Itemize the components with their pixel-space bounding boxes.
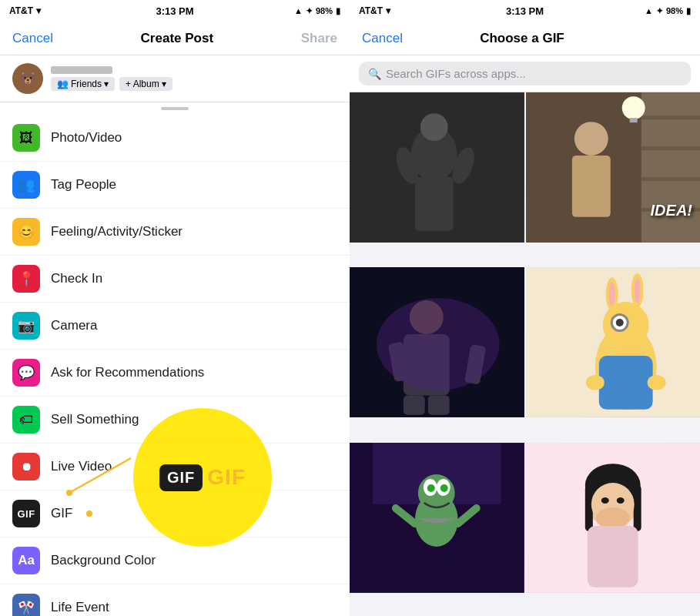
album-button[interactable]: + Album ▾ bbox=[119, 77, 172, 91]
svg-point-37 bbox=[585, 375, 604, 390]
svg-rect-9 bbox=[641, 92, 700, 243]
gif-spotlight-inner: GIF GIF bbox=[159, 464, 246, 491]
left-status-left: AT&T ▾ bbox=[9, 5, 41, 16]
svg-rect-53 bbox=[633, 485, 641, 531]
wifi-icon: ▾ bbox=[36, 5, 41, 16]
right-battery-icon: ▮ bbox=[686, 6, 691, 16]
cancel-button[interactable]: Cancel bbox=[12, 31, 53, 46]
check-in-icon: 📍 bbox=[12, 265, 40, 293]
gif-label: GIF bbox=[51, 506, 72, 521]
menu-item-tag-people[interactable]: 👥 Tag People bbox=[0, 162, 350, 209]
search-input-wrapper[interactable]: 🔍 Search GIFs across apps... bbox=[359, 62, 691, 85]
svg-point-56 bbox=[616, 497, 624, 504]
gif-item-2[interactable]: IDEA! bbox=[526, 92, 701, 243]
left-status-bar: AT&T ▾ 3:13 PM ▲ ✦ 98% ▮ bbox=[0, 0, 350, 22]
svg-rect-12 bbox=[641, 177, 700, 181]
svg-point-42 bbox=[418, 474, 455, 511]
background-color-label: Background Color bbox=[51, 553, 156, 568]
menu-item-life-event[interactable]: 🎌 Life Event bbox=[0, 584, 350, 616]
photo-video-label: Photo/Video bbox=[51, 130, 122, 146]
left-panel: AT&T ▾ 3:13 PM ▲ ✦ 98% ▮ Cancel Create P… bbox=[0, 0, 350, 616]
gif-dot bbox=[86, 511, 92, 517]
svg-rect-5 bbox=[415, 177, 454, 231]
sell-label: Sell Something bbox=[51, 412, 139, 427]
svg-rect-23 bbox=[404, 396, 425, 415]
svg-rect-58 bbox=[587, 526, 638, 588]
background-color-icon: Aa bbox=[12, 547, 40, 574]
ask-recommendations-label: Ask for Recommendations bbox=[51, 365, 204, 380]
svg-point-34 bbox=[608, 283, 615, 307]
friends-label: Friends bbox=[71, 79, 102, 89]
carrier-text: AT&T bbox=[9, 5, 33, 16]
menu-item-camera[interactable]: 📷 Camera bbox=[0, 303, 350, 350]
gif-yellow-text: GIF bbox=[207, 465, 246, 490]
svg-point-57 bbox=[595, 507, 629, 529]
live-video-icon: ⏺ bbox=[12, 453, 40, 480]
left-status-right: ▲ ✦ 98% ▮ bbox=[294, 6, 340, 16]
svg-rect-15 bbox=[571, 156, 610, 217]
right-gps-icon: ▲ bbox=[645, 6, 653, 15]
search-icon: 🔍 bbox=[368, 68, 381, 80]
photo-video-icon: 🖼 bbox=[12, 124, 40, 152]
gif-spotlight: GIF GIF bbox=[133, 408, 272, 547]
friends-button[interactable]: 👥 Friends ▾ bbox=[51, 77, 115, 91]
life-event-icon: 🎌 bbox=[12, 594, 40, 616]
svg-point-35 bbox=[634, 279, 640, 303]
svg-point-38 bbox=[647, 375, 665, 390]
svg-rect-10 bbox=[641, 116, 700, 119]
menu-item-feeling[interactable]: 😊 Feeling/Activity/Sticker bbox=[0, 209, 350, 256]
gif-item-3[interactable] bbox=[350, 267, 524, 417]
share-button[interactable]: Share bbox=[301, 31, 337, 46]
sell-icon: 🏷 bbox=[12, 406, 40, 434]
svg-rect-36 bbox=[598, 356, 652, 410]
right-nav-bar: Cancel Choose a GIF bbox=[350, 22, 700, 55]
svg-point-31 bbox=[615, 319, 623, 326]
bt-icon: ✦ bbox=[306, 6, 313, 16]
svg-point-46 bbox=[440, 484, 448, 492]
svg-point-16 bbox=[621, 96, 645, 119]
feeling-label: Feeling/Activity/Sticker bbox=[51, 224, 183, 239]
gif-item-1[interactable] bbox=[350, 92, 524, 243]
camera-icon: 📷 bbox=[12, 312, 40, 340]
gif-grid: IDEA! bbox=[350, 92, 700, 616]
right-panel: AT&T ▾ 3:13 PM ▲ ✦ 98% ▮ Cancel Choose a… bbox=[350, 0, 700, 616]
search-placeholder: Search GIFs across apps... bbox=[386, 67, 526, 80]
menu-item-check-in[interactable]: 📍 Check In bbox=[0, 256, 350, 303]
life-event-label: Life Event bbox=[51, 600, 109, 615]
menu-item-background-color[interactable]: Aa Background Color bbox=[0, 537, 350, 584]
svg-rect-11 bbox=[641, 146, 700, 150]
gif-item-4[interactable] bbox=[526, 267, 701, 417]
username-bar bbox=[51, 66, 112, 74]
svg-point-4 bbox=[420, 113, 448, 141]
svg-point-25 bbox=[377, 298, 500, 390]
right-bt-icon: ✦ bbox=[656, 6, 663, 16]
post-header: 🐻 👥 Friends ▾ + Album ▾ bbox=[0, 55, 350, 102]
gif-arrow bbox=[46, 454, 139, 500]
search-bar: 🔍 Search GIFs across apps... bbox=[350, 55, 700, 92]
gif-dark-badge: GIF bbox=[159, 464, 203, 491]
svg-rect-17 bbox=[629, 118, 637, 122]
gif-item-6[interactable] bbox=[526, 443, 701, 593]
friends-icon: 👥 bbox=[57, 79, 69, 89]
drag-pill bbox=[161, 107, 189, 110]
right-wifi-icon: ▾ bbox=[386, 5, 390, 16]
tag-people-label: Tag People bbox=[51, 177, 116, 192]
avatar: 🐻 bbox=[12, 63, 43, 94]
right-page-title: Choose a GIF bbox=[480, 31, 564, 46]
gif-item-5[interactable] bbox=[350, 443, 524, 593]
menu-item-ask-recommendations[interactable]: 💬 Ask for Recommendations bbox=[0, 350, 350, 397]
album-label: + Album bbox=[126, 79, 159, 89]
feeling-icon: 😊 bbox=[12, 218, 40, 246]
battery-icon: ▮ bbox=[336, 6, 340, 16]
right-status-bar: AT&T ▾ 3:13 PM ▲ ✦ 98% ▮ bbox=[350, 0, 700, 22]
left-nav-bar: Cancel Create Post Share bbox=[0, 22, 350, 55]
svg-line-0 bbox=[69, 458, 131, 493]
right-cancel-button[interactable]: Cancel bbox=[362, 31, 403, 46]
check-in-label: Check In bbox=[51, 271, 102, 286]
drag-handle bbox=[0, 102, 350, 115]
right-carrier: AT&T bbox=[359, 5, 383, 16]
ask-recommendations-icon: 💬 bbox=[12, 359, 40, 387]
menu-item-photo-video[interactable]: 🖼 Photo/Video bbox=[0, 115, 350, 162]
audience-row: 👥 Friends ▾ + Album ▾ bbox=[51, 77, 172, 91]
left-time: 3:13 PM bbox=[156, 5, 193, 17]
